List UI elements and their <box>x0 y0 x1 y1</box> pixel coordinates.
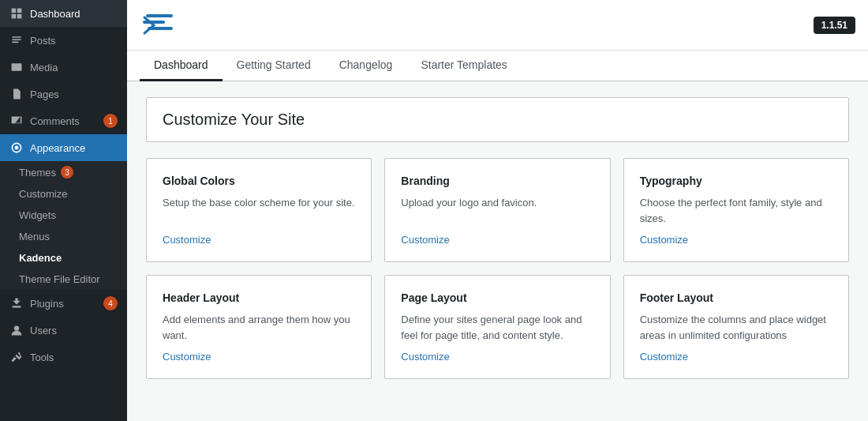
comments-icon <box>9 114 24 128</box>
themes-label: Themes <box>19 167 56 179</box>
sidebar-item-appearance[interactable]: Appearance <box>0 134 127 161</box>
plugins-icon <box>9 296 24 310</box>
tab-changelog[interactable]: Changelog <box>325 51 407 81</box>
sidebar-item-label: Users <box>30 325 57 336</box>
card-header-layout: Header Layout Add elements and arrange t… <box>146 275 372 379</box>
tab-dashboard[interactable]: Dashboard <box>140 51 223 81</box>
sidebar-item-label: Appearance <box>30 142 85 154</box>
tools-icon <box>9 350 24 364</box>
dashboard-icon <box>9 6 24 21</box>
sidebar-item-label: Plugins <box>30 298 64 310</box>
tab-getting-started[interactable]: Getting Started <box>223 51 325 81</box>
users-icon <box>9 323 24 337</box>
sidebar-item-plugins[interactable]: Plugins 4 <box>0 290 127 317</box>
card-link[interactable]: Customize <box>640 234 832 246</box>
comments-badge: 1 <box>103 114 118 128</box>
svg-rect-6 <box>12 306 21 307</box>
sidebar-item-users[interactable]: Users <box>0 317 127 344</box>
card-desc: Customize the columns and place widget a… <box>640 312 832 343</box>
sidebar-item-label: Comments <box>30 115 80 127</box>
customize-label: Customize <box>19 188 67 200</box>
logo <box>140 9 179 41</box>
card-link[interactable]: Customize <box>163 234 355 246</box>
sidebar-item-label: Posts <box>30 35 56 47</box>
topbar: 1.1.51 <box>127 0 868 51</box>
card-desc: Add elements and arrange them how you wa… <box>163 312 355 343</box>
card-title: Header Layout <box>163 291 355 304</box>
svg-rect-1 <box>17 9 22 13</box>
sidebar-item-posts[interactable]: Posts <box>0 27 127 54</box>
logo-icon <box>140 9 179 41</box>
tabs: Dashboard Getting Started Changelog Star… <box>127 51 868 81</box>
card-link[interactable]: Customize <box>401 351 593 363</box>
tab-starter-templates[interactable]: Starter Templates <box>406 51 521 81</box>
plugins-badge: 4 <box>103 296 118 310</box>
content-area: Customize Your Site Global Colors Setup … <box>127 81 868 421</box>
svg-rect-8 <box>146 14 173 17</box>
appearance-icon <box>9 141 24 155</box>
sidebar-item-media[interactable]: Media <box>0 54 127 81</box>
widgets-label: Widgets <box>19 209 56 221</box>
section-title: Customize Your Site <box>146 97 849 142</box>
posts-icon <box>9 33 24 47</box>
card-title: Page Layout <box>401 291 593 304</box>
card-footer-layout: Footer Layout Customize the columns and … <box>623 275 849 379</box>
card-desc: Setup the base color scheme for your sit… <box>163 195 355 226</box>
card-desc: Upload your logo and favicon. <box>401 195 593 226</box>
card-title: Footer Layout <box>640 291 832 304</box>
svg-rect-9 <box>143 21 165 24</box>
sidebar-item-label: Media <box>30 62 58 73</box>
svg-rect-3 <box>17 14 22 19</box>
theme-file-editor-label: Theme File Editor <box>19 273 100 285</box>
card-title: Global Colors <box>163 175 355 187</box>
card-title: Typography <box>640 175 832 187</box>
sidebar-item-comments[interactable]: Comments 1 <box>0 107 127 134</box>
pages-icon <box>9 87 24 101</box>
cards-grid: Global Colors Setup the base color schem… <box>146 158 849 379</box>
themes-badge: 3 <box>61 166 73 179</box>
appearance-submenu: Themes 3 Customize Widgets Menus Kadence… <box>0 161 127 290</box>
sidebar-subitem-menus[interactable]: Menus <box>0 226 127 247</box>
kadence-label: Kadence <box>19 252 62 264</box>
card-desc: Choose the perfect font family, style an… <box>640 195 832 226</box>
main-area: 1.1.51 Dashboard Getting Started Changel… <box>127 0 868 421</box>
card-global-colors: Global Colors Setup the base color schem… <box>146 158 372 262</box>
card-title: Branding <box>401 175 593 187</box>
sidebar-item-tools[interactable]: Tools <box>0 344 127 370</box>
sidebar-subitem-widgets[interactable]: Widgets <box>0 205 127 226</box>
version-badge: 1.1.51 <box>814 17 855 34</box>
card-branding: Branding Upload your logo and favicon. C… <box>384 158 610 262</box>
sidebar-item-pages[interactable]: Pages <box>0 81 127 107</box>
svg-rect-0 <box>12 9 17 13</box>
sidebar-item-dashboard[interactable]: Dashboard <box>0 0 127 27</box>
sidebar-item-label: Dashboard <box>30 8 80 20</box>
sidebar-subitem-kadence[interactable]: Kadence <box>0 247 127 269</box>
sidebar-subitem-customize[interactable]: Customize <box>0 183 127 205</box>
sidebar: Dashboard Posts Media Pages Comments 1 A… <box>0 0 127 421</box>
card-page-layout: Page Layout Define your sites general pa… <box>384 275 610 379</box>
card-link[interactable]: Customize <box>401 234 593 246</box>
svg-rect-2 <box>12 14 17 19</box>
sidebar-subitem-themes[interactable]: Themes 3 <box>0 161 127 183</box>
sidebar-item-label: Tools <box>30 351 54 363</box>
sidebar-item-label: Pages <box>30 88 59 100</box>
card-typography: Typography Choose the perfect font famil… <box>623 158 849 262</box>
menus-label: Menus <box>19 231 50 242</box>
svg-point-7 <box>14 325 19 330</box>
card-link[interactable]: Customize <box>163 351 355 363</box>
card-link[interactable]: Customize <box>640 351 832 363</box>
sidebar-subitem-theme-file-editor[interactable]: Theme File Editor <box>0 269 127 290</box>
card-desc: Define your sites general page look and … <box>401 312 593 343</box>
svg-point-5 <box>15 146 19 150</box>
media-icon <box>9 60 24 74</box>
